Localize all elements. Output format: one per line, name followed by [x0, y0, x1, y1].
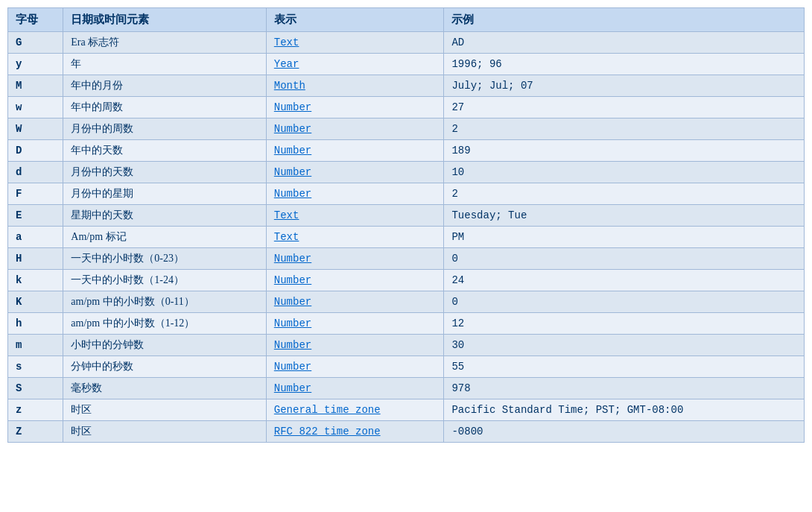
cell-letter: W [8, 118, 63, 140]
cell-element: 月份中的周数 [63, 118, 267, 140]
presentation-link[interactable]: Text [274, 37, 299, 48]
cell-example: PM [444, 227, 805, 248]
col-header-letter: 字母 [8, 8, 63, 32]
table-row: F月份中的星期Number2 [8, 183, 805, 205]
cell-presentation[interactable]: Number [266, 270, 444, 291]
cell-letter: s [8, 356, 63, 378]
cell-example: 2 [444, 118, 805, 140]
cell-element: 分钟中的秒数 [63, 356, 267, 378]
cell-element: 小时中的分钟数 [63, 335, 267, 356]
table-row: y年Year1996; 96 [8, 54, 805, 75]
cell-presentation[interactable]: Text [266, 205, 444, 227]
table-row: GEra 标志符TextAD [8, 32, 805, 54]
table-row: E星期中的天数TextTuesday; Tue [8, 205, 805, 227]
cell-element: 月份中的星期 [63, 183, 267, 205]
table-row: Z时区RFC 822 time zone-0800 [8, 421, 805, 443]
presentation-link[interactable]: Number [274, 382, 311, 394]
datetime-format-table: 字母 日期或时间元素 表示 示例 GEra 标志符TextADy年Year199… [7, 7, 805, 443]
cell-example: Tuesday; Tue [444, 205, 805, 227]
cell-letter: G [8, 32, 63, 54]
cell-letter: k [8, 270, 63, 291]
presentation-link[interactable]: Number [274, 145, 311, 157]
cell-element: Am/pm 标记 [63, 227, 267, 248]
table-row: D年中的天数Number189 [8, 140, 805, 162]
cell-element: am/pm 中的小时数（0-11） [63, 291, 267, 313]
presentation-link[interactable]: Month [274, 80, 305, 92]
cell-letter: H [8, 248, 63, 270]
cell-element: 年中的天数 [63, 140, 267, 162]
cell-example: AD [444, 32, 805, 54]
presentation-link[interactable]: Text [274, 231, 299, 243]
table-row: Kam/pm 中的小时数（0-11）Number0 [8, 291, 805, 313]
presentation-link[interactable]: Year [274, 58, 299, 70]
cell-presentation[interactable]: RFC 822 time zone [266, 421, 444, 443]
cell-presentation[interactable]: Number [266, 291, 444, 313]
cell-presentation[interactable]: Number [266, 335, 444, 356]
cell-element: Era 标志符 [63, 32, 267, 54]
table-row: H一天中的小时数（0-23）Number0 [8, 248, 805, 270]
presentation-link[interactable]: Number [274, 274, 311, 286]
cell-example: 27 [444, 97, 805, 118]
cell-element: 时区 [63, 399, 267, 421]
presentation-link[interactable]: RFC 822 time zone [274, 426, 381, 437]
presentation-link[interactable]: Text [274, 209, 299, 221]
table-row: k一天中的小时数（1-24）Number24 [8, 270, 805, 291]
cell-presentation[interactable]: Number [266, 248, 444, 270]
cell-element: 星期中的天数 [63, 205, 267, 227]
cell-presentation[interactable]: Text [266, 227, 444, 248]
cell-element: am/pm 中的小时数（1-12） [63, 313, 267, 335]
cell-presentation[interactable]: Number [266, 118, 444, 140]
table-row: z时区General time zonePacific Standard Tim… [8, 399, 805, 421]
table-row: s分钟中的秒数Number55 [8, 356, 805, 378]
cell-letter: M [8, 75, 63, 97]
presentation-link[interactable]: Number [274, 166, 311, 178]
cell-presentation[interactable]: General time zone [266, 399, 444, 421]
cell-letter: w [8, 97, 63, 118]
cell-presentation[interactable]: Year [266, 54, 444, 75]
cell-example: Pacific Standard Time; PST; GMT-08:00 [444, 399, 805, 421]
cell-example: 0 [444, 291, 805, 313]
cell-presentation[interactable]: Text [266, 32, 444, 54]
presentation-link[interactable]: Number [274, 317, 311, 329]
cell-presentation[interactable]: Number [266, 313, 444, 335]
cell-letter: S [8, 378, 63, 399]
presentation-link[interactable]: Number [274, 296, 311, 308]
cell-letter: y [8, 54, 63, 75]
cell-letter: Z [8, 421, 63, 443]
presentation-link[interactable]: Number [274, 339, 311, 351]
table-row: M年中的月份MonthJuly; Jul; 07 [8, 75, 805, 97]
cell-example: 24 [444, 270, 805, 291]
cell-presentation[interactable]: Month [266, 75, 444, 97]
cell-letter: K [8, 291, 63, 313]
cell-example: July; Jul; 07 [444, 75, 805, 97]
table-header-row: 字母 日期或时间元素 表示 示例 [8, 8, 805, 32]
cell-example: 55 [444, 356, 805, 378]
cell-element: 月份中的天数 [63, 162, 267, 183]
col-header-element: 日期或时间元素 [63, 8, 267, 32]
presentation-link[interactable]: Number [274, 188, 311, 200]
presentation-link[interactable]: Number [274, 253, 311, 265]
table-row: d月份中的天数Number10 [8, 162, 805, 183]
presentation-link[interactable]: Number [274, 123, 311, 135]
table-row: ham/pm 中的小时数（1-12）Number12 [8, 313, 805, 335]
cell-letter: m [8, 335, 63, 356]
cell-letter: z [8, 399, 63, 421]
cell-element: 年中的周数 [63, 97, 267, 118]
cell-presentation[interactable]: Number [266, 378, 444, 399]
cell-example: 10 [444, 162, 805, 183]
presentation-link[interactable]: Number [274, 101, 311, 113]
cell-example: 0 [444, 248, 805, 270]
cell-letter: D [8, 140, 63, 162]
cell-presentation[interactable]: Number [266, 356, 444, 378]
cell-presentation[interactable]: Number [266, 162, 444, 183]
cell-presentation[interactable]: Number [266, 97, 444, 118]
cell-presentation[interactable]: Number [266, 140, 444, 162]
cell-example: 189 [444, 140, 805, 162]
cell-letter: E [8, 205, 63, 227]
cell-presentation[interactable]: Number [266, 183, 444, 205]
presentation-link[interactable]: Number [274, 361, 311, 373]
table-row: w年中的周数Number27 [8, 97, 805, 118]
cell-element: 一天中的小时数（0-23） [63, 248, 267, 270]
presentation-link[interactable]: General time zone [274, 404, 381, 416]
cell-example: 12 [444, 313, 805, 335]
